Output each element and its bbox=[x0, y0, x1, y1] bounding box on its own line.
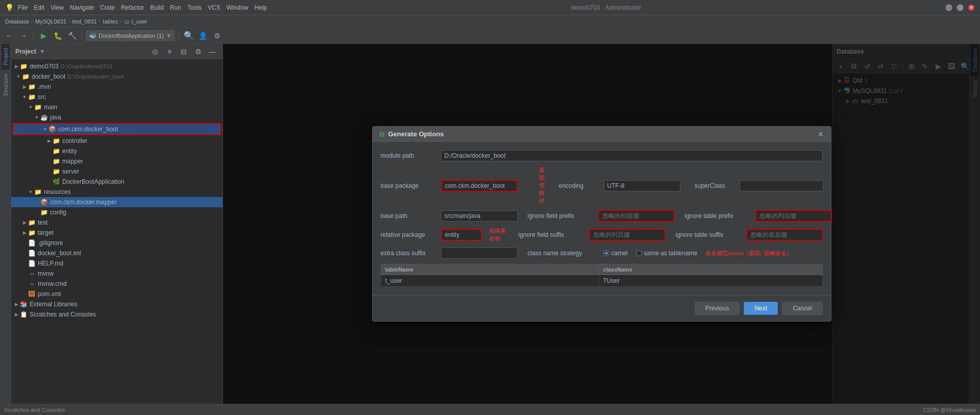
tree-item-controller[interactable]: ▶ 📁 controller bbox=[11, 136, 223, 146]
menu-refactor[interactable]: Refactor bbox=[121, 4, 144, 11]
menu-code[interactable]: Code bbox=[100, 4, 115, 11]
label-java: java bbox=[50, 114, 61, 121]
module-path-input[interactable] bbox=[441, 150, 823, 161]
radio-camel[interactable]: camel bbox=[603, 250, 628, 257]
sidebar-collapse-btn[interactable]: ⊟ bbox=[178, 45, 190, 58]
menu-edit[interactable]: Edit bbox=[34, 4, 44, 11]
cancel-button[interactable]: Cancel bbox=[782, 302, 822, 315]
tree-item-mvnw-cmd[interactable]: ▶ 𝑚 mvnw.cmd bbox=[11, 279, 223, 289]
tree-item-src[interactable]: ▼ 📁 src bbox=[11, 92, 223, 102]
breadcrumb-tables[interactable]: tables bbox=[103, 18, 118, 25]
app-title: demo0703 - Administrator bbox=[571, 4, 641, 11]
tree-item-config[interactable]: ▶ 📁 config bbox=[11, 207, 223, 217]
tree-item-iml[interactable]: ▶ 📄 docker_boot.iml bbox=[11, 248, 223, 258]
base-path-input[interactable] bbox=[441, 210, 518, 222]
relative-package-input[interactable] bbox=[441, 229, 482, 241]
sidebar-expand-btn[interactable]: ≡ bbox=[163, 45, 176, 58]
label-main: main bbox=[44, 104, 57, 111]
run-config-arrow: ▼ bbox=[166, 32, 172, 39]
extra-class-suffix-input[interactable] bbox=[441, 248, 518, 259]
menu-window[interactable]: Window bbox=[227, 4, 249, 11]
tree-item-target[interactable]: ▶ 📁 target bbox=[11, 228, 223, 238]
arrow-icon-base-path: → bbox=[524, 180, 533, 191]
build-button[interactable]: 🔨 bbox=[66, 30, 78, 42]
tree-item-mvnw[interactable]: ▶ 𝑚 mvnw bbox=[11, 268, 223, 279]
icon-dockerboot: 🌿 bbox=[52, 178, 60, 186]
tree-item-com-ckm[interactable]: ▼ 📦 com.ckm.docker_boot bbox=[12, 123, 222, 135]
tab-project[interactable]: Project bbox=[2, 44, 10, 69]
icon-controller: 📁 bbox=[52, 137, 60, 145]
tree-item-docker-boot[interactable]: ▼ 📁 docker_boot D:\Oracle\docker_boot bbox=[11, 71, 223, 82]
ignore-table-suffix-input[interactable] bbox=[746, 229, 823, 241]
settings-btn[interactable]: ⚙ bbox=[211, 30, 224, 42]
run-config[interactable]: 🐳 DockerBootApplication (1) ▼ bbox=[86, 30, 175, 41]
app-icon: 💡 bbox=[5, 4, 14, 12]
user-icon-btn[interactable]: 👤 bbox=[197, 30, 209, 42]
tree-item-help[interactable]: ▶ 📄 HELP.md bbox=[11, 258, 223, 268]
sidebar-dropdown-arrow[interactable]: ▼ bbox=[39, 48, 45, 55]
menu-vcs[interactable]: VCS bbox=[208, 4, 220, 11]
previous-button[interactable]: Previous bbox=[695, 302, 740, 315]
tree-item-ext-libs[interactable]: ▶ 📚 External Libraries bbox=[11, 299, 223, 309]
menu-file[interactable]: File bbox=[18, 4, 28, 11]
encoding-input[interactable] bbox=[604, 180, 680, 191]
run-button[interactable]: ▶ bbox=[37, 30, 50, 42]
bottom-scratches[interactable]: Scratches and Consoles bbox=[4, 407, 65, 413]
menu-build[interactable]: Build bbox=[150, 4, 164, 11]
ignore-field-prefix-input[interactable] bbox=[598, 210, 675, 222]
minimize-button[interactable]: — bbox=[945, 4, 952, 11]
tree-item-dockerboot[interactable]: ▶ 🌿 DockerBootApplication bbox=[11, 177, 223, 187]
tree-item-main[interactable]: ▼ 📁 main bbox=[11, 102, 223, 112]
tree-item-mvn[interactable]: ▶ 📁 .mvn bbox=[11, 82, 223, 92]
dialog-title-group: ⚙ Generate Options bbox=[379, 130, 444, 138]
tree-item-entity[interactable]: ▶ 📁 entity bbox=[11, 146, 223, 156]
tab-structure[interactable]: Structure bbox=[2, 69, 10, 101]
arrow-src: ▼ bbox=[21, 94, 28, 100]
toolbar-back[interactable]: ← bbox=[3, 30, 15, 42]
breadcrumb-test[interactable]: test_0831 bbox=[72, 18, 97, 25]
base-package-input[interactable] bbox=[441, 180, 518, 192]
toolbar-forward[interactable]: → bbox=[17, 30, 30, 42]
close-button[interactable]: ✕ bbox=[968, 4, 975, 11]
label-pom: pom.xml bbox=[38, 290, 61, 298]
tree-item-server[interactable]: ▶ 📁 server bbox=[11, 166, 223, 177]
next-button[interactable]: Next bbox=[744, 302, 778, 315]
maximize-button[interactable]: □ bbox=[957, 4, 964, 11]
label-mvnw: mvnw bbox=[38, 270, 54, 277]
tree-item-test[interactable]: ▶ 📁 test bbox=[11, 217, 223, 228]
breadcrumb-tuser[interactable]: t_user bbox=[132, 18, 148, 25]
radio-camel-label: camel bbox=[611, 250, 628, 257]
tree-item-gitignore[interactable]: ▶ 📄 .gitignore bbox=[11, 238, 223, 248]
sidebar-settings-btn[interactable]: ⚙ bbox=[192, 45, 204, 58]
tree-item-mapper[interactable]: ▶ 📁 mapper bbox=[11, 156, 223, 166]
label-target: target bbox=[38, 229, 54, 236]
label-server: server bbox=[62, 168, 79, 175]
debug-button[interactable]: 🐛 bbox=[52, 30, 64, 42]
tree-item-java[interactable]: ▼ ☕ java bbox=[11, 112, 223, 123]
radio-same-as-tablename[interactable]: same as tablename bbox=[636, 250, 698, 257]
icon-server: 📁 bbox=[52, 167, 60, 176]
tree-item-mapper-pkg[interactable]: ▶ 📦 com.ckm.docker.mapper bbox=[11, 197, 223, 207]
dialog-footer: Previous Next Cancel bbox=[373, 295, 831, 321]
sidebar-header: Project ▼ ◎ ≡ ⊟ ⚙ — bbox=[11, 44, 223, 59]
tree-item-resources[interactable]: ▼ 📁 resources bbox=[11, 187, 223, 197]
menu-tools[interactable]: Tools bbox=[187, 4, 202, 11]
breadcrumb-db[interactable]: Database bbox=[5, 18, 29, 25]
super-class-input[interactable] bbox=[740, 180, 823, 191]
search-everywhere-btn[interactable]: 🔍 bbox=[183, 30, 195, 42]
ignore-table-prefix-input[interactable] bbox=[755, 210, 832, 222]
relative-package-label: relative package bbox=[381, 231, 437, 238]
breadcrumb-mysql[interactable]: MySQL0831 bbox=[35, 18, 66, 25]
tree-item-demo0703[interactable]: ▶ 📁 demo0703 D:\Oracle\demo0703 bbox=[11, 61, 223, 71]
tree-item-pom[interactable]: ▶ 🅼 pom.xml bbox=[11, 289, 223, 299]
ignore-field-suffix-input[interactable] bbox=[589, 229, 666, 241]
tree-item-scratches[interactable]: ▶ 📋 Scratches and Consoles bbox=[11, 309, 223, 320]
sidebar-close-btn[interactable]: — bbox=[206, 45, 218, 58]
menu-run[interactable]: Run bbox=[170, 4, 181, 11]
breadcrumb-sep1: › bbox=[31, 18, 33, 25]
menu-view[interactable]: View bbox=[51, 4, 64, 11]
menu-help[interactable]: Help bbox=[254, 4, 267, 11]
menu-navigate[interactable]: Navigate bbox=[70, 4, 94, 11]
sidebar-locate-btn[interactable]: ◎ bbox=[149, 45, 161, 58]
dialog-close-button[interactable]: ✕ bbox=[817, 130, 825, 138]
